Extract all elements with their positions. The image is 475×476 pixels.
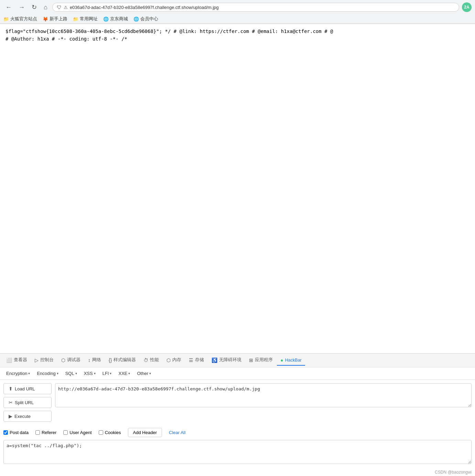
warning-icon: ⚠ xyxy=(64,5,68,10)
url-input[interactable] xyxy=(55,383,472,407)
tab-console[interactable]: ▷ 控制台 xyxy=(31,355,57,366)
url-area xyxy=(55,383,472,422)
postdata-input[interactable] xyxy=(3,440,472,464)
console-icon: ▷ xyxy=(35,357,39,363)
tab-debugger[interactable]: ⬡ 调试器 xyxy=(58,355,84,366)
referer-checkbox[interactable] xyxy=(35,430,40,435)
postdata-row: Post data Referer User Agent Cookies Add… xyxy=(0,425,475,440)
add-header-button[interactable]: Add Header xyxy=(128,428,162,437)
load-url-button[interactable]: ⬆ Load URL xyxy=(3,383,52,394)
execute-icon: ▶ xyxy=(9,413,12,419)
performance-icon: ⏱ xyxy=(143,357,148,363)
hackbar-menu: Encryption ▾ Encoding ▾ SQL ▾ XSS ▾ LFI … xyxy=(0,367,475,380)
devtools-panel: ⬜ 查看器 ▷ 控制台 ⬡ 调试器 ↕ 网络 {} 样式编辑器 ⏱ 性能 ⬡ 内… xyxy=(0,353,475,476)
network-icon: ↕ xyxy=(88,357,90,363)
nav-bar: ← → ↻ ⌂ 🛡 ⚠ e036a67d-adac-47d7-b320-e83a… xyxy=(0,0,475,14)
encoding-arrow: ▾ xyxy=(57,372,58,375)
hackbar-actions: ⬆ Load URL ✂ Split URL ▶ Execute xyxy=(3,383,52,422)
home-button[interactable]: ⌂ xyxy=(42,2,50,12)
cookies-checkbox[interactable] xyxy=(99,430,103,435)
hackbar: Encryption ▾ Encoding ▾ SQL ▾ XSS ▾ LFI … xyxy=(0,367,475,476)
user-agent-checkbox[interactable] xyxy=(63,430,68,435)
avatar: 2A xyxy=(462,2,472,12)
clear-all-button[interactable]: Clear All xyxy=(169,430,185,435)
hackbar-icon: ● xyxy=(280,357,283,363)
load-url-icon: ⬆ xyxy=(9,386,13,391)
xxe-arrow: ▾ xyxy=(128,372,130,375)
bookmark-jd[interactable]: 🌐 京东商城 xyxy=(103,16,128,22)
page-content: $flag="ctfshow{10cc6508-360a-405a-8ebc-5… xyxy=(0,24,475,353)
split-url-icon: ✂ xyxy=(9,400,13,405)
application-icon: ⊞ xyxy=(249,357,253,363)
address-bar[interactable]: 🛡 ⚠ e036a67d-adac-47d7-b320-e83a58e6997f… xyxy=(52,3,459,12)
tab-memory[interactable]: ⬡ 内存 xyxy=(163,355,185,366)
shield-icon: 🛡 xyxy=(57,4,62,10)
memory-icon: ⬡ xyxy=(166,357,171,363)
page-line1: $flag="ctfshow{10cc6508-360a-405a-8ebc-5… xyxy=(6,27,469,35)
tab-network[interactable]: ↕ 网络 xyxy=(85,355,105,366)
xxe-menu[interactable]: XXE ▾ xyxy=(116,369,133,377)
style-icon: {} xyxy=(109,357,112,363)
tab-application[interactable]: ⊞ 应用程序 xyxy=(246,355,276,366)
lfi-menu[interactable]: LFI ▾ xyxy=(100,369,115,377)
bookmark-vip[interactable]: 🌐 会员中心 xyxy=(133,16,158,22)
hackbar-body: ⬆ Load URL ✂ Split URL ▶ Execute xyxy=(0,380,475,425)
tab-storage[interactable]: ☰ 存储 xyxy=(185,355,207,366)
csdn-watermark: CSDN @baozongwi xyxy=(0,468,475,476)
post-data-checkbox[interactable] xyxy=(3,430,8,435)
referer-label[interactable]: Referer xyxy=(35,430,56,435)
devtools-tabs: ⬜ 查看器 ▷ 控制台 ⬡ 调试器 ↕ 网络 {} 样式编辑器 ⏱ 性能 ⬡ 内… xyxy=(0,354,475,367)
other-arrow: ▾ xyxy=(149,372,151,375)
cookies-label[interactable]: Cookies xyxy=(99,430,121,435)
reload-button[interactable]: ↻ xyxy=(30,2,39,12)
debugger-icon: ⬡ xyxy=(61,357,65,363)
tab-accessibility[interactable]: ♿ 无障碍环境 xyxy=(208,355,245,366)
page-line2: # @Author: h1xa # -*- coding: utf-8 -*- … xyxy=(6,35,469,43)
user-agent-label[interactable]: User Agent xyxy=(63,430,91,435)
tab-hackbar[interactable]: ● HackBar xyxy=(277,355,305,366)
tab-style[interactable]: {} 样式编辑器 xyxy=(105,355,139,366)
tab-inspector[interactable]: ⬜ 查看器 xyxy=(3,355,31,366)
encryption-arrow: ▾ xyxy=(28,372,30,375)
bookmarks-bar: 📁 火狐官方站点 🦊 新手上路 📁 常用网址 🌐 京东商城 🌐 会员中心 xyxy=(0,14,475,24)
bookmark-common[interactable]: 📁 常用网址 xyxy=(73,16,98,22)
sql-menu[interactable]: SQL ▾ xyxy=(63,369,80,377)
xss-arrow: ▾ xyxy=(94,372,96,375)
postdata-area xyxy=(3,440,472,465)
tab-performance[interactable]: ⏱ 性能 xyxy=(140,355,162,366)
post-data-label[interactable]: Post data xyxy=(3,430,29,435)
browser-chrome: ← → ↻ ⌂ 🛡 ⚠ e036a67d-adac-47d7-b320-e83a… xyxy=(0,0,475,24)
bookmark-newbie[interactable]: 🦊 新手上路 xyxy=(43,16,67,22)
back-button[interactable]: ← xyxy=(3,2,14,12)
other-menu[interactable]: Other ▾ xyxy=(134,369,154,377)
bookmark-huhu[interactable]: 📁 火狐官方站点 xyxy=(3,16,37,22)
encoding-menu[interactable]: Encoding ▾ xyxy=(34,369,61,377)
accessibility-icon: ♿ xyxy=(212,357,217,363)
inspector-icon: ⬜ xyxy=(6,357,12,363)
split-url-button[interactable]: ✂ Split URL xyxy=(3,397,52,408)
encryption-menu[interactable]: Encryption ▾ xyxy=(3,369,33,377)
storage-icon: ☰ xyxy=(189,357,193,363)
address-text: e036a67d-adac-47d7-b320-e83a58e6997f.cha… xyxy=(70,5,455,10)
sql-arrow: ▾ xyxy=(75,372,77,375)
xss-menu[interactable]: XSS ▾ xyxy=(81,369,98,377)
execute-button[interactable]: ▶ Execute xyxy=(3,411,52,422)
forward-button[interactable]: → xyxy=(17,2,27,12)
lfi-arrow: ▾ xyxy=(110,372,111,375)
